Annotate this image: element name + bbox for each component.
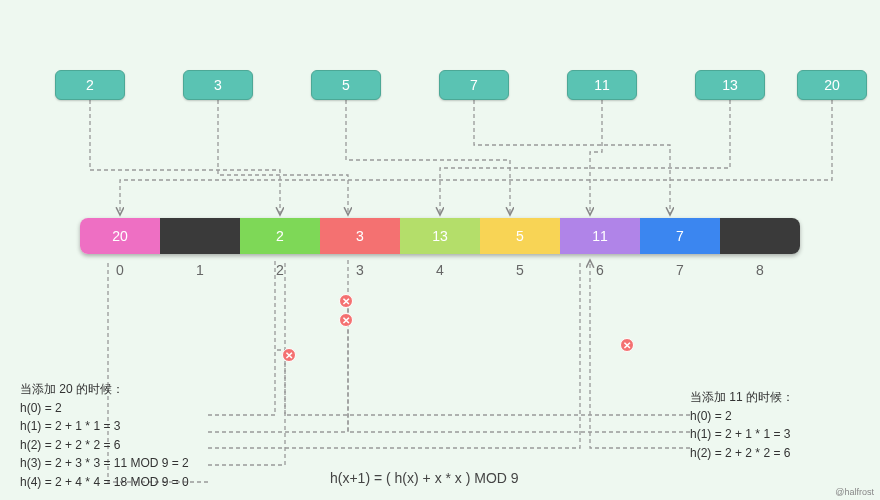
- input-value-2: 2: [55, 70, 125, 100]
- index-label-1: 1: [160, 262, 240, 278]
- slot-0: 20: [80, 218, 160, 254]
- index-label-8: 8: [720, 262, 800, 278]
- collision-icon: ✕: [339, 294, 353, 308]
- index-label-3: 3: [320, 262, 400, 278]
- collision-icon: ✕: [282, 348, 296, 362]
- input-value-7: 7: [439, 70, 509, 100]
- index-label-6: 6: [560, 262, 640, 278]
- table-indices: 012345678: [80, 262, 800, 278]
- index-label-5: 5: [480, 262, 560, 278]
- input-value-11: 11: [567, 70, 637, 100]
- collision-icon: ✕: [339, 313, 353, 327]
- slot-3: 3: [320, 218, 400, 254]
- index-label-7: 7: [640, 262, 720, 278]
- slot-2: 2: [240, 218, 320, 254]
- index-label-4: 4: [400, 262, 480, 278]
- input-value-20: 20: [797, 70, 867, 100]
- slot-8: [720, 218, 800, 254]
- collision-icon: ✕: [620, 338, 634, 352]
- slot-6: 11: [560, 218, 640, 254]
- probe-sequence-11: 当添加 11 的时候： h(0) = 2 h(1) = 2 + 1 * 1 = …: [690, 388, 794, 462]
- input-value-3: 3: [183, 70, 253, 100]
- slot-1: [160, 218, 240, 254]
- watermark: @halfrost: [835, 487, 874, 497]
- hash-table: 2023135117: [80, 218, 800, 254]
- index-label-2: 2: [240, 262, 320, 278]
- probe-sequence-20: 当添加 20 的时候： h(0) = 2 h(1) = 2 + 1 * 1 = …: [20, 380, 189, 492]
- slot-4: 13: [400, 218, 480, 254]
- index-label-0: 0: [80, 262, 160, 278]
- hash-formula: h(x+1) = ( h(x) + x * x ) MOD 9: [330, 470, 519, 486]
- slot-5: 5: [480, 218, 560, 254]
- slot-7: 7: [640, 218, 720, 254]
- input-value-5: 5: [311, 70, 381, 100]
- input-value-13: 13: [695, 70, 765, 100]
